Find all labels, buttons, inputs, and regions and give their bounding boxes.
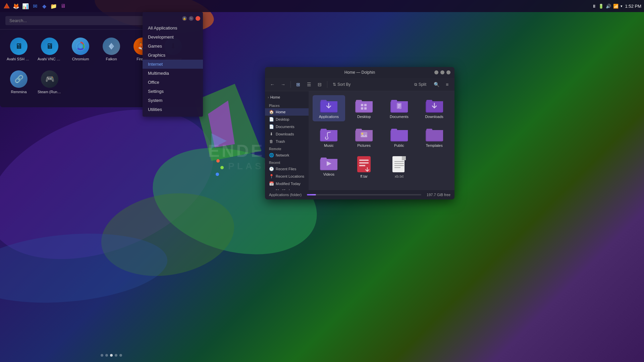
dia-tb-btn[interactable]: ◆ [40,2,48,10]
svg-rect-20 [361,104,363,106]
status-free-space: 197.7 GiB free [427,193,450,197]
sidebar-desktop[interactable]: 📄 Desktop [265,116,309,123]
app-falkon[interactable]: Falkon [98,35,125,64]
app-chromium[interactable]: Chromium [67,35,94,64]
tray-expand-icon[interactable]: ▾ [621,4,623,8]
win-btn-close[interactable] [196,16,200,21]
pagination-dots [101,354,122,357]
svg-rect-55 [359,162,369,164]
music-folder-label: Music [324,143,334,147]
sidebar-documents[interactable]: 📄 Documents [265,123,309,130]
svg-rect-56 [359,165,365,166]
nav-forward-btn[interactable]: → [278,80,288,89]
app-avahi-ssh[interactable]: 🖥 Avahi SSH Ser... [5,35,32,64]
music-folder-icon [320,127,337,141]
page-dot-3[interactable] [110,354,113,357]
win-btn-refresh[interactable]: ↻ [189,16,194,21]
system-tray: ⏸ 🔋 🔊 📶 ▾ [592,4,623,9]
sidebar-downloads[interactable]: ⬇ Downloads [265,130,309,138]
nav-back-btn[interactable]: ← [268,80,277,89]
sidebar-network-label: Network [276,153,289,157]
sidebar-recent-locations-label: Recent Locations [276,174,304,178]
file-desktop[interactable]: Desktop [348,95,380,121]
category-office[interactable]: Office [143,78,203,87]
category-system[interactable]: System [143,96,203,105]
endeavour-logo-btn[interactable] [3,2,11,10]
sidebar-recent-locations[interactable]: 📍 Recent Locations [265,173,309,180]
public-folder-label: Public [394,143,404,147]
app-remmina[interactable]: 🔗 Remmina [5,68,32,97]
file-xb-txt[interactable]: xb.txt [383,153,416,181]
sidebar-network[interactable]: 🌐 Network [265,152,309,159]
view-compact-btn[interactable]: ⊟ [315,80,324,89]
category-menu: 🔒 ↻ All Applications Development Games G… [143,12,203,117]
category-internet[interactable]: Internet [143,60,203,69]
videos-folder-label: Videos [323,172,334,176]
downloads-folder-label: Downloads [425,115,443,119]
remote-label: Remote [265,145,309,152]
file-public[interactable]: Public [383,124,416,150]
category-all[interactable]: All Applications [143,23,203,33]
category-games[interactable]: Games [143,42,203,51]
dolphin-minimize-btn[interactable] [434,70,438,74]
sidebar-modified-today[interactable]: 📅 Modified Today [265,180,309,187]
home-sidebar-icon: 🏠 [269,110,274,114]
dolphin-close-btn[interactable] [446,70,450,74]
file-applications[interactable]: Applications [313,95,345,121]
file-pictures[interactable]: Pictures [348,124,380,150]
pause-icon[interactable]: ⏸ [592,4,596,9]
dolphin-toolbar: ← → ⊞ ☰ ⊟ ⇅ Sort By ⧉ Split 🔍 ≡ [265,78,454,91]
app-steam[interactable]: 🎮 Steam (Runti... [36,68,63,97]
battery-icon[interactable]: 🔋 [598,4,604,9]
documents-folder-icon [390,98,408,113]
category-multimedia[interactable]: Multimedia [143,69,203,78]
file-downloads[interactable]: Downloads [418,95,450,121]
view-list-btn[interactable]: ☰ [304,80,314,89]
category-settings[interactable]: Settings [143,87,203,96]
sort-icon: ⇅ [333,82,336,87]
breadcrumb-current: Home [270,95,280,99]
sidebar-recent-files[interactable]: 🕐 Recent Files [265,165,309,173]
dolphin-maximize-btn[interactable] [440,70,444,74]
wifi-icon[interactable]: 📶 [613,4,619,9]
search-btn[interactable]: 🔍 [432,80,441,89]
dolphin-tb-btn[interactable]: 📁 [50,2,58,10]
downloads-folder-icon [426,98,443,113]
category-graphics[interactable]: Graphics [143,51,203,60]
file-ff-tar[interactable]: ff.tar [348,153,380,181]
app7-tb-btn[interactable]: 🖥 [59,2,67,10]
sort-by-btn[interactable]: ⇅ Sort By [330,81,353,88]
category-development[interactable]: Development [143,33,203,42]
file-videos[interactable]: Videos [313,153,345,181]
view-icons-btn[interactable]: ⊞ [293,80,303,89]
page-dot-5[interactable] [119,354,122,357]
clock[interactable]: 1:52 PM [625,4,641,9]
volume-icon[interactable]: 🔊 [606,4,611,9]
monitor-tb-btn[interactable]: 📊 [21,2,30,10]
sidebar-home[interactable]: 🏠 Home [265,108,309,116]
page-dot-2[interactable] [105,354,108,357]
file-templates[interactable]: Templates [418,124,450,150]
sidebar-trash[interactable]: 🗑 Trash [265,138,309,145]
sidebar-home-label: Home [276,110,285,114]
dolphin-main-view: Applications [309,91,454,190]
documents-sidebar-icon: 📄 [269,124,274,129]
firefox-tb-btn[interactable]: 🦊 [12,2,20,10]
file-music[interactable]: Music [313,124,345,150]
toolbar-sep-2 [327,81,327,88]
svg-rect-48 [426,130,443,141]
svg-rect-19 [356,101,373,112]
page-dot-1[interactable] [101,354,103,357]
svg-point-42 [361,133,363,135]
mail-tb-btn[interactable]: ✉ [31,2,39,10]
desktop-folder-label: Desktop [357,115,371,119]
sidebar-modified-yesterday[interactable]: 📅 Modified Yesterday [265,187,309,190]
split-btn[interactable]: ⧉ Split [412,81,429,88]
taskbar: 🦊 📊 ✉ ◆ 📁 🖥 ⏸ 🔋 🔊 📶 ▾ 1:52 PM [0,0,644,12]
file-documents[interactable]: Documents [383,95,416,121]
page-dot-4[interactable] [115,354,117,357]
app-avahi-vnc[interactable]: 🖥 Avahi VNC Ser... [36,35,63,64]
menu-btn[interactable]: ≡ [442,80,452,89]
category-utilities[interactable]: Utilities [143,105,203,114]
win-btn-lock[interactable]: 🔒 [182,16,187,21]
